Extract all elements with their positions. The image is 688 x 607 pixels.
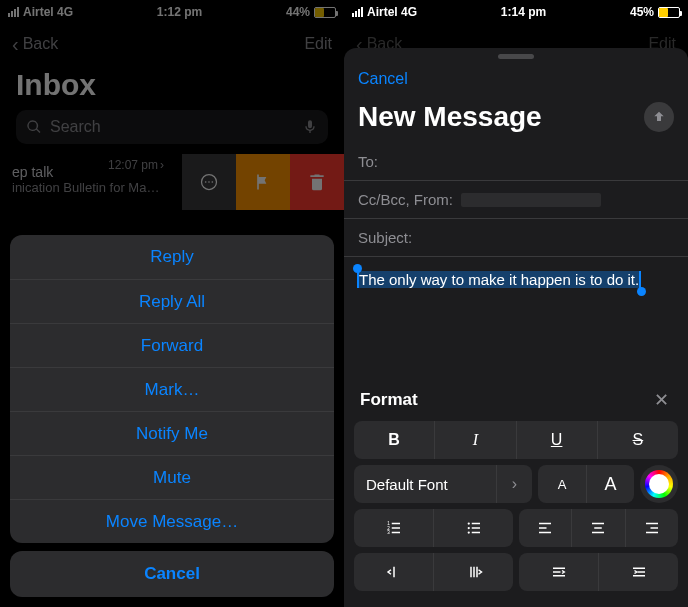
rtl-button[interactable] xyxy=(598,553,678,591)
to-field[interactable]: To: xyxy=(344,143,688,181)
format-title: Format xyxy=(360,390,418,410)
align-center-button[interactable] xyxy=(571,509,624,547)
svg-point-15 xyxy=(467,531,469,533)
text-align-segment xyxy=(519,509,678,547)
close-icon: ✕ xyxy=(654,390,669,410)
carrier-label: Airtel 4G xyxy=(367,5,417,19)
send-button[interactable] xyxy=(644,102,674,132)
compose-sheet: Cancel New Message To: Cc/Bcc, From: Sub… xyxy=(344,48,688,607)
chevron-right-icon: › xyxy=(496,465,532,503)
ltr-icon xyxy=(550,563,568,581)
font-size-decrease-button[interactable]: A xyxy=(538,465,586,503)
outdent-icon xyxy=(385,563,403,581)
font-label: Default Font xyxy=(354,465,496,503)
subject-label: Subject: xyxy=(358,229,412,246)
indent-segment xyxy=(354,553,513,591)
bullet-list-icon xyxy=(465,519,483,537)
align-left-button[interactable] xyxy=(519,509,571,547)
selected-body-text[interactable]: The only way to make it happen is to do … xyxy=(358,271,640,288)
sheet-cancel[interactable]: Cancel xyxy=(10,551,334,597)
subject-field[interactable]: Subject: xyxy=(344,219,688,257)
selection-handle-end[interactable] xyxy=(637,287,646,296)
screen-compose: Airtel 4G 1:14 pm 45% ‹ Back Edit Cancel… xyxy=(344,0,688,607)
to-label: To: xyxy=(358,153,378,170)
cc-bcc-from-field[interactable]: Cc/Bcc, From: xyxy=(344,181,688,219)
cancel-button[interactable]: Cancel xyxy=(358,70,408,88)
rtl-icon xyxy=(630,563,648,581)
compose-title: New Message xyxy=(358,101,542,133)
align-left-icon xyxy=(536,519,554,537)
status-time: 1:14 pm xyxy=(501,5,546,19)
format-panel: Format ✕ B I U S Default Font xyxy=(344,375,688,607)
numbered-list-button[interactable]: 123 xyxy=(354,509,433,547)
sheet-mute[interactable]: Mute xyxy=(10,455,334,499)
battery-text: 45% xyxy=(630,5,654,19)
close-format-button[interactable]: ✕ xyxy=(650,389,672,411)
selection-caret-start[interactable] xyxy=(357,271,359,288)
align-right-button[interactable] xyxy=(625,509,678,547)
screen-inbox-actionsheet: Airtel 4G 1:12 pm 44% ‹ Back Edit Inbox … xyxy=(0,0,344,607)
svg-point-14 xyxy=(467,527,469,529)
sheet-move[interactable]: Move Message… xyxy=(10,499,334,543)
action-sheet-group: Reply Reply All Forward Mark… Notify Me … xyxy=(10,235,334,543)
from-value-redacted xyxy=(461,193,601,207)
align-center-icon xyxy=(589,519,607,537)
strikethrough-button[interactable]: S xyxy=(597,421,678,459)
font-picker[interactable]: Default Font › xyxy=(354,465,532,503)
svg-point-13 xyxy=(467,522,469,524)
sheet-mark[interactable]: Mark… xyxy=(10,367,334,411)
indent-icon xyxy=(465,563,483,581)
text-style-segment: B I U S xyxy=(354,421,678,459)
battery-icon xyxy=(658,7,680,18)
sheet-reply[interactable]: Reply xyxy=(10,235,334,279)
underline-button[interactable]: U xyxy=(516,421,597,459)
selection-caret-end[interactable] xyxy=(639,271,641,288)
text-color-button[interactable] xyxy=(640,465,678,503)
message-body[interactable]: The only way to make it happen is to do … xyxy=(344,257,688,289)
selection-handle-start[interactable] xyxy=(353,264,362,273)
numbered-list-icon: 123 xyxy=(385,519,403,537)
font-size-increase-button[interactable]: A xyxy=(586,465,634,503)
font-size-segment: A A xyxy=(538,465,634,503)
color-ring-icon xyxy=(645,470,673,498)
list-style-segment: 123 xyxy=(354,509,513,547)
sheet-forward[interactable]: Forward xyxy=(10,323,334,367)
sheet-notify[interactable]: Notify Me xyxy=(10,411,334,455)
bullet-list-button[interactable] xyxy=(433,509,513,547)
sheet-reply-all[interactable]: Reply All xyxy=(10,279,334,323)
align-right-icon xyxy=(643,519,661,537)
bold-button[interactable]: B xyxy=(354,421,434,459)
signal-icon xyxy=(352,7,363,17)
svg-text:3: 3 xyxy=(387,530,390,535)
cc-label: Cc/Bcc, From: xyxy=(358,191,453,208)
italic-button[interactable]: I xyxy=(434,421,515,459)
sheet-grabber[interactable] xyxy=(498,54,534,59)
action-sheet: Reply Reply All Forward Mark… Notify Me … xyxy=(10,235,334,597)
ltr-button[interactable] xyxy=(519,553,598,591)
status-bar: Airtel 4G 1:14 pm 45% xyxy=(344,0,688,24)
arrow-up-icon xyxy=(651,109,667,125)
indent-button[interactable] xyxy=(433,553,513,591)
text-direction-segment xyxy=(519,553,678,591)
outdent-button[interactable] xyxy=(354,553,433,591)
